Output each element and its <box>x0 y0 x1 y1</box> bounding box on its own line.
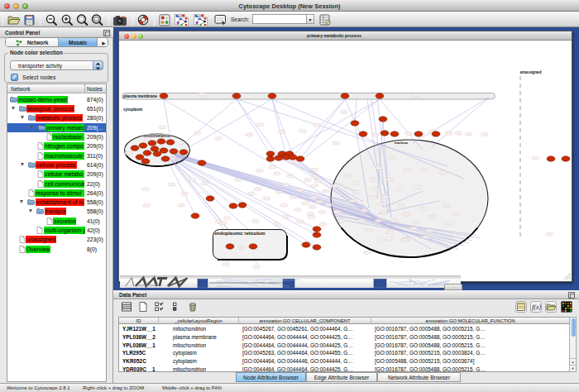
svg-text:f(x): f(x) <box>532 304 541 311</box>
svg-text:unassigned: unassigned <box>520 70 542 74</box>
svg-text:nucleus: nucleus <box>395 141 409 145</box>
svg-text:cytoplasm: cytoplasm <box>123 108 142 112</box>
svg-text:endoplasmic reticulum: endoplasmic reticulum <box>215 231 266 236</box>
svg-text:plasma membrane: plasma membrane <box>123 94 158 98</box>
